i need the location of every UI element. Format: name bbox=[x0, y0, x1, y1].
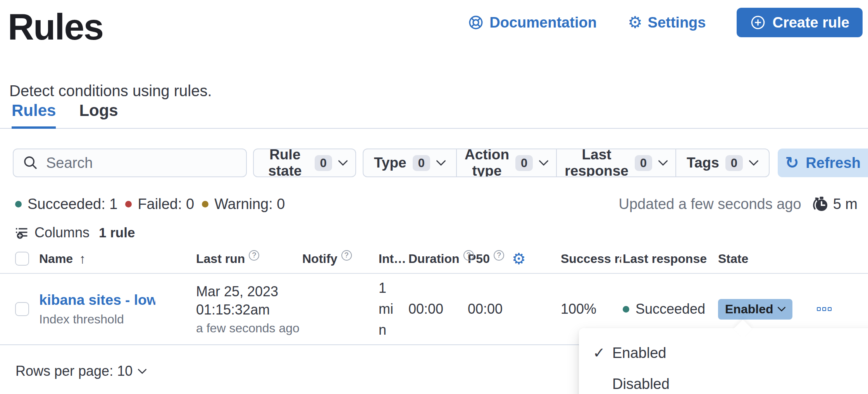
status-row: Succeeded: 1 Failed: 0 Warning: 0 Update… bbox=[15, 195, 858, 213]
column-header-state: State bbox=[718, 252, 814, 266]
header-actions: Documentation ⚙ Settings Create rule bbox=[468, 8, 863, 37]
state-value: Enabled bbox=[725, 302, 773, 316]
filter-rule-state-label: Rule state bbox=[262, 149, 308, 177]
filter-tags[interactable]: Tags 0 bbox=[675, 149, 769, 176]
life-ring-icon bbox=[468, 14, 484, 31]
column-header-notify: Notify ? bbox=[302, 252, 379, 266]
tab-rules[interactable]: Rules bbox=[12, 97, 56, 129]
column-header-last-run: Last run ? bbox=[196, 252, 302, 266]
p50-cell: 00:00 bbox=[468, 301, 561, 317]
filter-action-type-label: Action type bbox=[465, 149, 509, 177]
help-icon[interactable]: ? bbox=[494, 250, 504, 261]
boxes-horizontal-icon bbox=[828, 307, 832, 311]
boxes-horizontal-icon bbox=[817, 307, 821, 311]
search-box bbox=[13, 149, 247, 177]
rule-type-label: Index threshold bbox=[39, 312, 196, 327]
filter-tags-label: Tags bbox=[687, 155, 719, 171]
warning-dot-icon bbox=[202, 201, 208, 207]
failed-count: Failed: 0 bbox=[138, 196, 194, 213]
chevron-down-icon bbox=[749, 160, 758, 166]
rule-name-link[interactable]: kibana sites - low bytes bbox=[39, 292, 155, 308]
create-rule-button[interactable]: Create rule bbox=[737, 8, 863, 37]
last-response-cell: Succeeded bbox=[623, 301, 718, 317]
state-popover: ✓ Enabled Disabled bbox=[579, 328, 868, 394]
state-cell: Enabled bbox=[718, 299, 814, 320]
status-succeeded: Succeeded: 1 bbox=[15, 196, 117, 213]
popover-item-label: Disabled bbox=[612, 376, 670, 392]
gear-icon[interactable]: ⚙ bbox=[512, 251, 526, 266]
refresh-interval-value: 5 m bbox=[833, 196, 858, 213]
refresh-interval-button[interactable]: 5 m bbox=[812, 195, 858, 213]
chevron-down-icon bbox=[539, 160, 548, 166]
rows-per-page-button[interactable]: Rows per page: 10 bbox=[16, 363, 146, 379]
rule-name-cell: kibana sites - low bytes Index threshold bbox=[39, 292, 196, 327]
rows-per-page-label: Rows per page: 10 bbox=[16, 363, 133, 379]
last-response-value: Succeeded bbox=[636, 301, 705, 317]
search-input[interactable] bbox=[46, 155, 237, 171]
column-header-duration: Duration ? bbox=[408, 252, 468, 266]
rule-state-filter-group: Rule state 0 bbox=[253, 149, 356, 177]
actions-cell bbox=[814, 307, 868, 311]
failed-dot-icon bbox=[125, 201, 132, 207]
row-checkbox[interactable] bbox=[15, 302, 29, 316]
filters-group: Type 0 Action type 0 Last response 0 Tag… bbox=[363, 149, 770, 177]
documentation-label: Documentation bbox=[489, 14, 597, 31]
column-header-success-rate: Success rate bbox=[561, 252, 623, 266]
rule-count: 1 rule bbox=[99, 225, 135, 240]
filter-last-response-count: 0 bbox=[635, 155, 652, 171]
columns-button[interactable]: Columns bbox=[15, 225, 90, 241]
documentation-link[interactable]: Documentation bbox=[468, 14, 597, 31]
filter-rule-state-count: 0 bbox=[315, 155, 332, 171]
filter-type[interactable]: Type 0 bbox=[363, 149, 456, 176]
page-title: Rules bbox=[8, 6, 103, 48]
execution-status-summary: Succeeded: 1 Failed: 0 Warning: 0 bbox=[15, 196, 285, 213]
help-icon[interactable]: ? bbox=[249, 250, 259, 261]
chevron-down-icon bbox=[778, 307, 785, 311]
select-all-checkbox[interactable] bbox=[15, 252, 29, 266]
sort-ascending-icon: ↑ bbox=[79, 251, 86, 266]
popover-item-label: Enabled bbox=[612, 345, 666, 361]
help-icon[interactable]: ? bbox=[463, 250, 474, 261]
column-header-interval: Interval bbox=[379, 252, 408, 266]
last-run-date: Mar 25, 2023 bbox=[196, 283, 302, 301]
warning-count: Warning: 0 bbox=[214, 196, 285, 213]
duration-cell: 00:00 bbox=[408, 301, 468, 317]
help-icon[interactable]: ? bbox=[341, 250, 352, 261]
state-dropdown-button[interactable]: Enabled bbox=[718, 299, 792, 320]
tab-logs[interactable]: Logs bbox=[79, 97, 118, 129]
last-run-relative: a few seconds ago bbox=[196, 321, 302, 335]
filter-action-type[interactable]: Action type 0 bbox=[456, 149, 556, 176]
popover-item-disabled[interactable]: Disabled bbox=[579, 368, 868, 394]
row-actions-button[interactable] bbox=[817, 307, 832, 311]
settings-link[interactable]: ⚙ Settings bbox=[628, 14, 706, 31]
succeeded-dot-icon bbox=[15, 201, 22, 207]
filter-action-type-count: 0 bbox=[515, 155, 533, 171]
column-header-name[interactable]: Name ↑ bbox=[39, 251, 196, 266]
refresh-button[interactable]: ↻ Refresh bbox=[778, 149, 868, 177]
settings-label: Settings bbox=[648, 14, 706, 31]
table-toolbar: Columns 1 rule bbox=[15, 224, 135, 241]
filter-last-response[interactable]: Last response 0 bbox=[556, 149, 675, 176]
chevron-down-icon bbox=[436, 160, 446, 166]
table-header-row: Name ↑ Last run ? Notify ? Interval Dura… bbox=[0, 244, 868, 274]
columns-icon bbox=[15, 226, 28, 239]
refresh-icon: ↻ bbox=[785, 155, 799, 171]
interval-cell: 1 min bbox=[379, 278, 408, 340]
filter-rule-state[interactable]: Rule state 0 bbox=[254, 149, 355, 176]
succeeded-dot-icon bbox=[623, 306, 629, 313]
plus-circle-icon bbox=[750, 14, 766, 31]
stopwatch-icon bbox=[812, 195, 828, 213]
refresh-label: Refresh bbox=[806, 155, 861, 171]
column-header-p50: P50 ? ⚙ bbox=[468, 251, 561, 266]
chevron-down-icon bbox=[658, 160, 668, 166]
chevron-down-icon bbox=[338, 160, 348, 166]
create-rule-label: Create rule bbox=[772, 14, 849, 31]
filter-tags-count: 0 bbox=[725, 155, 743, 171]
tab-bar: Rules Logs bbox=[0, 97, 868, 129]
popover-item-enabled[interactable]: ✓ Enabled bbox=[579, 337, 868, 368]
status-failed: Failed: 0 bbox=[125, 196, 194, 213]
success-rate-cell: 100% bbox=[561, 301, 623, 317]
boxes-horizontal-icon bbox=[822, 307, 826, 311]
chevron-down-icon bbox=[138, 369, 146, 374]
filter-row: Rule state 0 Type 0 Action type 0 Last r… bbox=[13, 149, 868, 177]
